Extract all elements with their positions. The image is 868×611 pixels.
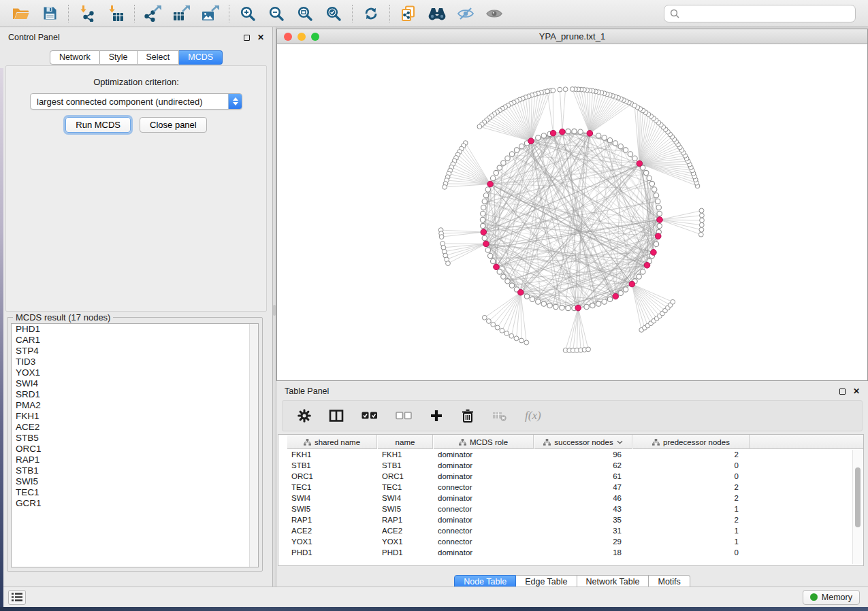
zoom-fit-icon[interactable]: [291, 2, 319, 25]
network-node[interactable]: [657, 211, 662, 216]
network-node[interactable]: [628, 152, 632, 156]
table-row[interactable]: STB1STB1dominator620: [287, 460, 863, 471]
network-node[interactable]: [553, 304, 558, 309]
result-node-item[interactable]: ACE2: [12, 422, 258, 433]
network-node[interactable]: [566, 306, 570, 310]
network-node[interactable]: [671, 299, 675, 304]
result-node-item[interactable]: FKH1: [12, 411, 258, 422]
network-node[interactable]: [541, 301, 546, 306]
network-node[interactable]: [541, 133, 546, 138]
network-node[interactable]: [700, 213, 705, 218]
result-node-item[interactable]: SRD1: [12, 389, 258, 400]
result-node-item[interactable]: YOX1: [12, 367, 258, 378]
network-node[interactable]: [497, 269, 502, 274]
dominator-node[interactable]: [550, 130, 556, 136]
network-node[interactable]: [500, 329, 504, 333]
network-node[interactable]: [524, 340, 529, 345]
clone-network-icon[interactable]: [394, 2, 423, 25]
memory-button[interactable]: Memory: [803, 590, 860, 605]
network-node[interactable]: [656, 205, 661, 210]
network-node[interactable]: [482, 199, 487, 203]
dominator-node[interactable]: [560, 129, 566, 135]
network-node[interactable]: [536, 299, 541, 304]
result-node-item[interactable]: PMA2: [12, 400, 258, 411]
network-node[interactable]: [485, 187, 490, 192]
table-row[interactable]: TEC1TEC1connector472: [287, 482, 863, 493]
result-node-item[interactable]: STB5: [12, 433, 258, 444]
result-list-scrollbar[interactable]: [249, 324, 258, 567]
network-node[interactable]: [497, 165, 502, 170]
show-columns-icon[interactable]: [329, 409, 344, 423]
network-node[interactable]: [698, 232, 703, 237]
zoom-selected-icon[interactable]: [319, 2, 348, 25]
network-node[interactable]: [700, 218, 705, 222]
network-node[interactable]: [481, 211, 485, 216]
network-node[interactable]: [491, 259, 496, 263]
network-node[interactable]: [641, 269, 645, 274]
network-node[interactable]: [558, 87, 562, 92]
dominator-node[interactable]: [487, 181, 494, 187]
network-node[interactable]: [505, 279, 510, 284]
tab-network[interactable]: Network: [50, 50, 100, 65]
table-row[interactable]: SWI4SWI4dominator462: [287, 493, 863, 503]
open-file-icon[interactable]: [7, 2, 35, 25]
dominator-node[interactable]: [575, 305, 581, 311]
network-node[interactable]: [613, 141, 617, 146]
table-scrollbar-thumb[interactable]: [855, 467, 861, 527]
float-panel-icon[interactable]: [244, 35, 250, 41]
table-row[interactable]: RAP1RAP1dominator352: [287, 514, 863, 525]
show-all-icon[interactable]: [480, 2, 509, 25]
network-node[interactable]: [637, 274, 641, 279]
network-node[interactable]: [618, 291, 623, 295]
hide-selected-icon[interactable]: [451, 2, 480, 25]
network-node[interactable]: [607, 297, 612, 301]
column-header-shared-name[interactable]: shared name: [287, 435, 377, 449]
float-table-panel-icon[interactable]: [839, 389, 846, 395]
network-node[interactable]: [501, 274, 506, 279]
network-node[interactable]: [602, 299, 607, 304]
network-node[interactable]: [551, 88, 556, 93]
network-node[interactable]: [547, 303, 552, 308]
network-node[interactable]: [570, 87, 575, 92]
export-network-icon[interactable]: [139, 2, 167, 25]
network-node[interactable]: [699, 208, 704, 213]
network-node[interactable]: [563, 87, 568, 92]
dominator-node[interactable]: [518, 289, 524, 295]
zoom-out-icon[interactable]: [262, 2, 291, 25]
result-node-item[interactable]: SWI5: [12, 476, 258, 487]
network-node[interactable]: [481, 205, 486, 210]
result-node-item[interactable]: GCR1: [12, 498, 258, 509]
table-row[interactable]: YOX1YOX1connector291: [287, 536, 863, 547]
network-node[interactable]: [590, 303, 595, 308]
table-row[interactable]: ACE2ACE2connector311: [287, 525, 863, 536]
network-node[interactable]: [477, 125, 482, 129]
network-node[interactable]: [491, 323, 496, 327]
column-header-name[interactable]: name: [377, 435, 433, 449]
zoom-in-icon[interactable]: [234, 2, 262, 25]
dominator-node[interactable]: [657, 217, 663, 223]
dominator-node[interactable]: [651, 250, 657, 256]
result-node-item[interactable]: RAP1: [12, 455, 258, 465]
network-node[interactable]: [596, 301, 601, 306]
network-node[interactable]: [656, 199, 660, 203]
dominator-node[interactable]: [528, 138, 534, 144]
network-node[interactable]: [566, 129, 570, 133]
result-node-item[interactable]: STP4: [12, 346, 258, 357]
dominator-node[interactable]: [587, 131, 593, 137]
column-header-MCDS-role[interactable]: MCDS role: [433, 435, 534, 449]
network-node[interactable]: [699, 222, 704, 227]
deselect-all-rows-icon[interactable]: [396, 411, 412, 420]
export-image-icon[interactable]: [196, 2, 225, 25]
dominator-node[interactable]: [613, 293, 619, 299]
network-node[interactable]: [530, 297, 534, 301]
network-node[interactable]: [485, 248, 490, 252]
network-node[interactable]: [514, 148, 519, 152]
table-row[interactable]: FKH1FKH1dominator962: [287, 449, 863, 460]
import-table-icon[interactable]: [101, 2, 130, 25]
network-node[interactable]: [536, 135, 541, 140]
mcds-result-list[interactable]: PHD1CAR1STP4TID3YOX1SWI4SRD1PMA2FKH1ACE2…: [11, 323, 259, 567]
dominator-node[interactable]: [483, 241, 489, 247]
network-node[interactable]: [586, 347, 591, 352]
network-node[interactable]: [632, 156, 637, 161]
network-node[interactable]: [509, 152, 514, 156]
